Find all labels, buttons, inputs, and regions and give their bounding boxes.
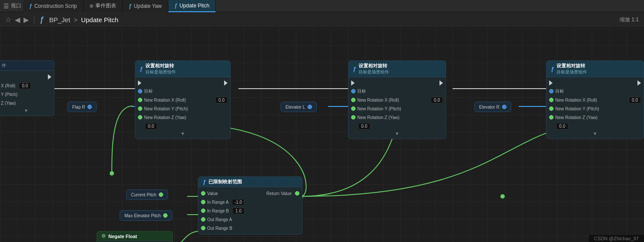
roll-pin-3 xyxy=(549,98,553,102)
target-pin-1 xyxy=(138,89,142,93)
yaw-value-3[interactable]: 0.0 xyxy=(556,123,568,129)
var-current-pitch: Current Pitch xyxy=(126,189,168,200)
elevator-l-label: Elevator L xyxy=(285,105,305,109)
svg-point-4 xyxy=(500,194,505,199)
pin-yaw-2: New Rotation Z (Yaw) xyxy=(349,113,446,122)
zoom-label: 缩放 1:1 xyxy=(620,16,639,23)
node-set-rot-1: ƒ 设置相对旋转 目标是场景组件 目标 New Rotation X (Roll… xyxy=(135,60,231,139)
tab-update-pitch-label: Update Pitch xyxy=(179,3,209,9)
roll-val-2[interactable]: 0.0 xyxy=(431,97,443,103)
clamp-out-b-label: Out Range B xyxy=(207,226,232,231)
events-grid-icon: ⊞ xyxy=(90,3,93,8)
forward-button[interactable]: ▶ xyxy=(23,16,29,24)
pin-pitch-1: New Rotation Y (Pitch) xyxy=(135,104,230,113)
back-button[interactable]: ◀ xyxy=(15,16,20,24)
clamp-range-a-val[interactable]: -1.0 xyxy=(232,199,244,206)
node-set-rot-2-body: 目标 New Rotation X (Roll) 0.0 New Rotatio… xyxy=(349,77,446,139)
node-clamp: ƒ 已限制映射范围 Value Return Value In Range A … xyxy=(198,176,302,235)
node-negate: ⚙ Negate Float A Return Value xyxy=(97,231,173,242)
tab-construction-label: Construction Scrip xyxy=(34,3,77,9)
node-set-rot-3-body: 目标 New Rotation X (Roll) 0.0 New Rotatio… xyxy=(547,77,644,139)
set-rot-3-title: 设置相对旋转 xyxy=(557,63,587,69)
tab-update-yaw-label: Update Yaw xyxy=(134,3,161,9)
pin-yaw-1: New Rotation Z (Yaw) xyxy=(135,113,230,122)
clamp-value-row: Value Return Value xyxy=(198,189,302,198)
expand-chevron-3[interactable]: ▼ xyxy=(547,130,644,137)
exec-out-arrow xyxy=(48,74,51,80)
pin-roll-3: New Rotation X (Roll) 0.0 xyxy=(547,96,644,104)
yaw-value-2[interactable]: 0.0 xyxy=(358,123,370,129)
flap-r-label: Flap R xyxy=(72,105,85,109)
exec-in-arrow-2 xyxy=(351,80,355,86)
pin-target-2: 目标 xyxy=(349,87,446,96)
clamp-value-in-pin xyxy=(201,191,205,196)
pin-exec-row-1 xyxy=(135,79,230,87)
yaw-value-1[interactable]: 0.0 xyxy=(145,123,157,129)
clamp-range-a-label: In Range A xyxy=(207,200,228,205)
breadcrumb-current: Update Pitch xyxy=(81,16,118,23)
breadcrumb-f-icon: ƒ xyxy=(40,15,44,24)
clamp-range-b-val[interactable]: 1.0 xyxy=(232,208,245,214)
expand-chevron[interactable]: ▼ xyxy=(0,107,54,114)
svg-point-6 xyxy=(110,171,114,176)
tab-construction[interactable]: ƒ Construction Scrip xyxy=(23,0,84,12)
current-pitch-label: Current Pitch xyxy=(131,192,156,197)
credit-text: CSDN @Zhichao_97 xyxy=(594,236,639,241)
clamp-title: 已限制映射范围 xyxy=(208,179,242,185)
roll-val-1[interactable]: 0.0 xyxy=(215,97,228,103)
expand-chevron-2[interactable]: ▼ xyxy=(349,130,446,137)
roll-val-3[interactable]: 0.0 xyxy=(629,97,641,103)
clamp-return-label: Return Value xyxy=(266,191,292,196)
tab-group: ƒ Construction Scrip ⊞ 事件图表 ƒ Update Yaw… xyxy=(23,0,216,12)
node-clamp-header: ƒ 已限制映射范围 xyxy=(198,177,302,187)
node-set-rot-2-header: ƒ 设置相对旋转 目标是场景组件 xyxy=(349,61,446,77)
node-clamp-body: Value Return Value In Range A -1.0 In Ra… xyxy=(198,187,302,234)
negate-title: Negate Float xyxy=(108,234,137,239)
clamp-value-label: Value xyxy=(207,191,218,196)
node-negate-header: ⚙ Negate Float xyxy=(97,232,172,241)
tab-update-yaw[interactable]: ƒ Update Yaw xyxy=(123,0,168,12)
titlebar: ☰ 视口 ƒ Construction Scrip ⊞ 事件图表 ƒ Updat… xyxy=(0,0,644,12)
exec-out-arrow-3 xyxy=(637,80,641,86)
yaw-pin-1 xyxy=(138,115,142,119)
star-icon[interactable]: ☆ xyxy=(5,16,11,24)
pin-target-1: 目标 xyxy=(135,87,230,96)
clamp-out-a-label: Out Range A xyxy=(207,217,232,222)
clamp-range-b-pin xyxy=(201,209,205,213)
clamp-out-b-row: Out Range B xyxy=(198,224,302,232)
yaw-pin-3 xyxy=(549,115,553,119)
clamp-out-b-pin xyxy=(201,226,205,230)
node-set-rot-1-body: 目标 New Rotation X (Roll) 0.0 New Rotatio… xyxy=(135,77,230,139)
set-rot-2-f-icon: ƒ xyxy=(353,66,356,72)
canvas[interactable]: 件 X (Roll) 0.0 Y (Pitch) Z (Yaw) ▼ ƒ 设置相… xyxy=(0,28,644,242)
var-elevator-r: Elevator R xyxy=(474,102,511,112)
clamp-range-a-pin xyxy=(201,200,205,204)
menu-icon[interactable]: ☰ xyxy=(3,3,9,10)
pin-pitch-3: New Rotation Y (Pitch) xyxy=(547,104,644,113)
clamp-return-pin xyxy=(295,191,299,196)
tab-events[interactable]: ⊞ 事件图表 xyxy=(84,0,123,12)
tab-update-pitch[interactable]: ƒ Update Pitch xyxy=(168,0,216,12)
breadcrumb-parent[interactable]: BP_Jet xyxy=(49,16,70,23)
pitch-pin-3 xyxy=(549,106,553,111)
expand-chevron-1[interactable]: ▼ xyxy=(135,130,230,137)
var-flap-r: Flap R xyxy=(67,102,97,112)
negate-gear-icon: ⚙ xyxy=(101,233,106,239)
roll-value[interactable]: 0.0 xyxy=(19,83,31,89)
bottom-credit: CSDN @Zhichao_97 xyxy=(589,235,644,242)
set-rot-3-f-icon: ƒ xyxy=(551,66,554,72)
flap-r-out-pin xyxy=(87,105,92,109)
target-pin-3 xyxy=(549,89,553,93)
pin-pitch: Y (Pitch) xyxy=(0,90,54,99)
clamp-range-b-label: In Range B xyxy=(207,209,229,213)
clamp-f-icon: ƒ xyxy=(203,179,206,185)
clamp-range-b-row: In Range B 1.0 xyxy=(198,206,302,215)
exec-in-arrow-3 xyxy=(549,80,553,86)
breadcrumb-separator: > xyxy=(74,16,77,23)
pin-pitch-2: New Rotation Y (Pitch) xyxy=(349,104,446,113)
breadcrumb-bar: ☆ ◀ ▶ ƒ BP_Jet > Update Pitch 缩放 1:1 xyxy=(0,12,644,28)
exec-out-arrow-1 xyxy=(224,80,228,86)
pin-yaw-val-3: 0.0 xyxy=(547,122,644,130)
max-elevator-1-out-pin xyxy=(163,213,168,218)
pin-exec-in xyxy=(0,73,54,81)
